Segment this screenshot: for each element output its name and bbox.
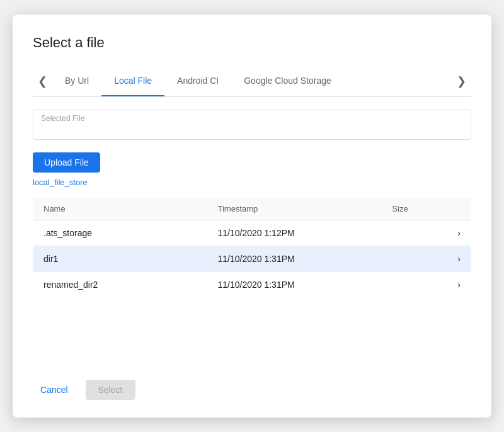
selected-file-field: Selected File <box>33 110 471 140</box>
file-size <box>382 272 447 298</box>
select-button[interactable]: Select <box>86 380 135 400</box>
file-timestamp: 11/10/2020 1:31PM <box>207 246 382 272</box>
tab-local-file[interactable]: Local File <box>101 66 164 96</box>
tab-by-url[interactable]: By Url <box>52 66 101 96</box>
column-header-arrow <box>447 198 471 220</box>
file-name: .ats_storage <box>33 220 208 246</box>
table-header-row: Name Timestamp Size <box>33 198 471 220</box>
tabs-list: By Url Local File Android CI Google Clou… <box>52 66 452 96</box>
file-size <box>382 220 447 246</box>
column-header-name: Name <box>33 198 208 220</box>
file-size <box>382 246 447 272</box>
content-area: Selected File Upload File local_file_sto… <box>33 97 471 355</box>
tab-android-ci[interactable]: Android CI <box>164 66 231 96</box>
dialog-title: Select a file <box>33 35 471 51</box>
chevron-icon: › <box>447 246 471 272</box>
file-timestamp: 11/10/2020 1:12PM <box>207 220 382 246</box>
cancel-button[interactable]: Cancel <box>33 380 76 400</box>
tab-google-cloud-storage[interactable]: Google Cloud Storage <box>231 66 344 96</box>
chevron-icon: › <box>447 220 471 246</box>
file-name: dir1 <box>33 246 208 272</box>
dialog-footer: Cancel Select <box>33 370 471 400</box>
upload-file-button[interactable]: Upload File <box>33 152 100 173</box>
prev-tab-arrow[interactable]: ❮ <box>33 66 52 96</box>
selected-file-label: Selected File <box>41 114 84 123</box>
file-name: renamed_dir2 <box>33 272 208 298</box>
tabs-container: ❮ By Url Local File Android CI Google Cl… <box>33 66 471 97</box>
column-header-timestamp: Timestamp <box>207 198 382 220</box>
table-row[interactable]: .ats_storage 11/10/2020 1:12PM › <box>33 220 471 246</box>
file-table: Name Timestamp Size .ats_storage 11/10/2… <box>33 197 471 298</box>
table-row[interactable]: renamed_dir2 11/10/2020 1:31PM › <box>33 272 471 298</box>
dialog: Select a file ❮ By Url Local File Androi… <box>13 14 491 418</box>
next-tab-arrow[interactable]: ❯ <box>452 66 471 96</box>
file-timestamp: 11/10/2020 1:31PM <box>207 272 382 298</box>
table-row[interactable]: dir1 11/10/2020 1:31PM › <box>33 246 471 272</box>
column-header-size: Size <box>382 198 447 220</box>
path-label[interactable]: local_file_store <box>33 178 471 187</box>
chevron-icon: › <box>447 272 471 298</box>
